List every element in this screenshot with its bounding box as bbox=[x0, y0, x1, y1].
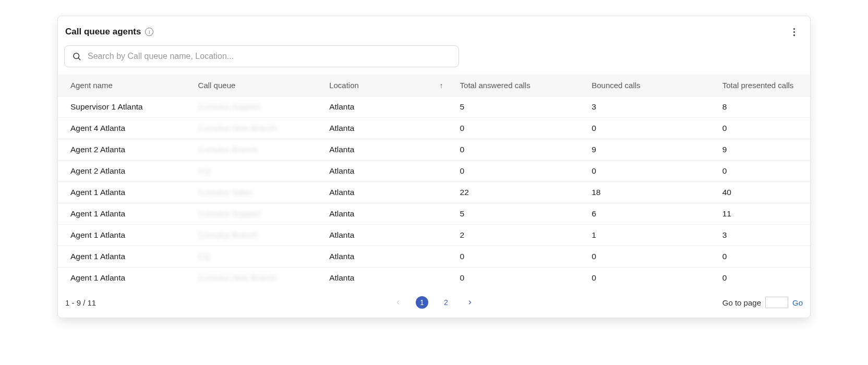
cell-location: Atlanta bbox=[321, 161, 451, 182]
chevron-left-icon bbox=[395, 299, 401, 306]
pagination-range: 1 - 9 / 11 bbox=[65, 298, 96, 307]
table-row[interactable]: Agent 4 AtlantaCumulus New BranchAtlanta… bbox=[58, 118, 810, 139]
cell-answered: 5 bbox=[452, 96, 584, 118]
cell-answered: 22 bbox=[452, 182, 584, 203]
next-page-button[interactable] bbox=[464, 296, 476, 309]
cell-location: Atlanta bbox=[321, 203, 451, 225]
cell-bounced: 0 bbox=[583, 246, 714, 267]
search-row bbox=[58, 38, 810, 75]
cell-queue: CQ bbox=[190, 161, 321, 182]
cell-queue: Cumulus Support bbox=[190, 203, 321, 225]
cell-bounced: 6 bbox=[583, 203, 714, 225]
cell-presented: 0 bbox=[714, 246, 810, 267]
cell-agent: Agent 2 Atlanta bbox=[58, 139, 190, 161]
info-icon[interactable]: i bbox=[145, 28, 153, 36]
table-row[interactable]: Supervisor 1 AtlantaCumulus SupportAtlan… bbox=[58, 96, 810, 118]
more-options-button[interactable] bbox=[790, 26, 803, 38]
cell-bounced: 18 bbox=[583, 182, 714, 203]
cell-presented: 11 bbox=[714, 203, 810, 225]
cell-bounced: 0 bbox=[583, 161, 714, 182]
agents-table: Agent name Call queue Location ↑ Total a… bbox=[58, 75, 810, 288]
cell-queue: Cumulus Branch bbox=[190, 139, 321, 161]
cell-agent: Agent 4 Atlanta bbox=[58, 118, 190, 139]
table-footer: 1 - 9 / 11 12 Go to page Go bbox=[58, 288, 810, 318]
cell-answered: 0 bbox=[452, 139, 584, 161]
column-header-agent[interactable]: Agent name bbox=[58, 75, 190, 96]
cell-answered: 0 bbox=[452, 246, 584, 267]
pager: 12 bbox=[392, 296, 476, 309]
search-input[interactable] bbox=[87, 51, 451, 62]
goto-label: Go to page bbox=[722, 298, 761, 307]
cell-location: Atlanta bbox=[321, 225, 451, 246]
cell-location: Atlanta bbox=[321, 139, 451, 161]
table-row[interactable]: Agent 1 AtlantaCumulus SalesAtlanta22184… bbox=[58, 182, 810, 203]
cell-agent: Agent 1 Atlanta bbox=[58, 246, 190, 267]
table-row[interactable]: Agent 1 AtlantaCumulus BranchAtlanta213 bbox=[58, 225, 810, 246]
cell-answered: 0 bbox=[452, 118, 584, 139]
column-header-location[interactable]: Location ↑ bbox=[321, 75, 451, 96]
cell-presented: 8 bbox=[714, 96, 810, 118]
svg-point-0 bbox=[74, 53, 79, 59]
cell-location: Atlanta bbox=[321, 267, 451, 289]
cell-agent: Supervisor 1 Atlanta bbox=[58, 96, 190, 118]
column-header-queue[interactable]: Call queue bbox=[190, 75, 321, 96]
column-header-presented[interactable]: Total presented calls bbox=[714, 75, 810, 96]
cell-answered: 2 bbox=[452, 225, 584, 246]
cell-answered: 0 bbox=[452, 267, 584, 289]
cell-location: Atlanta bbox=[321, 118, 451, 139]
card-header: Call queue agents i bbox=[58, 26, 810, 38]
cell-queue: Cumulus Support bbox=[190, 96, 321, 118]
goto-button[interactable]: Go bbox=[792, 298, 803, 307]
cell-location: Atlanta bbox=[321, 246, 451, 267]
table-row[interactable]: Agent 1 AtlantaCumulus New BranchAtlanta… bbox=[58, 267, 810, 289]
cell-presented: 9 bbox=[714, 139, 810, 161]
page-button-1[interactable]: 1 bbox=[416, 296, 428, 309]
cell-presented: 0 bbox=[714, 161, 810, 182]
cell-bounced: 1 bbox=[583, 225, 714, 246]
cell-answered: 0 bbox=[452, 161, 584, 182]
cell-bounced: 3 bbox=[583, 96, 714, 118]
column-header-label: Location bbox=[329, 81, 359, 90]
table-row[interactable]: Agent 2 AtlantaCQAtlanta000 bbox=[58, 161, 810, 182]
table-row[interactable]: Agent 1 AtlantaCQAtlanta000 bbox=[58, 246, 810, 267]
page-button-2[interactable]: 2 bbox=[440, 296, 452, 309]
cell-agent: Agent 1 Atlanta bbox=[58, 267, 190, 289]
prev-page-button[interactable] bbox=[392, 296, 404, 309]
table-row[interactable]: Agent 1 AtlantaCumulus SupportAtlanta561… bbox=[58, 203, 810, 225]
cell-agent: Agent 1 Atlanta bbox=[58, 182, 190, 203]
table-body: Supervisor 1 AtlantaCumulus SupportAtlan… bbox=[58, 96, 810, 289]
sort-asc-icon: ↑ bbox=[440, 81, 443, 90]
chevron-right-icon bbox=[467, 299, 473, 306]
cell-queue: Cumulus Sales bbox=[190, 182, 321, 203]
column-header-answered[interactable]: Total answered calls bbox=[452, 75, 584, 96]
cell-agent: Agent 1 Atlanta bbox=[58, 203, 190, 225]
table-header: Agent name Call queue Location ↑ Total a… bbox=[58, 75, 810, 96]
cell-presented: 3 bbox=[714, 225, 810, 246]
cell-bounced: 9 bbox=[583, 139, 714, 161]
cell-agent: Agent 2 Atlanta bbox=[58, 161, 190, 182]
card-title: Call queue agents bbox=[65, 27, 141, 37]
cell-location: Atlanta bbox=[321, 96, 451, 118]
column-header-bounced[interactable]: Bounced calls bbox=[583, 75, 714, 96]
page-list: 12 bbox=[416, 296, 452, 309]
goto-page: Go to page Go bbox=[722, 297, 803, 308]
cell-presented: 40 bbox=[714, 182, 810, 203]
cell-queue: Cumulus Branch bbox=[190, 225, 321, 246]
cell-presented: 0 bbox=[714, 267, 810, 289]
title-wrap: Call queue agents i bbox=[65, 27, 153, 37]
cell-queue: Cumulus New Branch bbox=[190, 118, 321, 139]
cell-queue: Cumulus New Branch bbox=[190, 267, 321, 289]
goto-input[interactable] bbox=[765, 297, 788, 308]
cell-bounced: 0 bbox=[583, 267, 714, 289]
cell-answered: 5 bbox=[452, 203, 584, 225]
call-queue-agents-card: Call queue agents i Agent name Call queu… bbox=[57, 16, 811, 318]
cell-bounced: 0 bbox=[583, 118, 714, 139]
cell-location: Atlanta bbox=[321, 182, 451, 203]
search-icon bbox=[72, 52, 81, 61]
cell-presented: 0 bbox=[714, 118, 810, 139]
svg-line-1 bbox=[78, 58, 80, 59]
cell-queue: CQ bbox=[190, 246, 321, 267]
table-row[interactable]: Agent 2 AtlantaCumulus BranchAtlanta099 bbox=[58, 139, 810, 161]
search-box[interactable] bbox=[64, 45, 459, 67]
cell-agent: Agent 1 Atlanta bbox=[58, 225, 190, 246]
